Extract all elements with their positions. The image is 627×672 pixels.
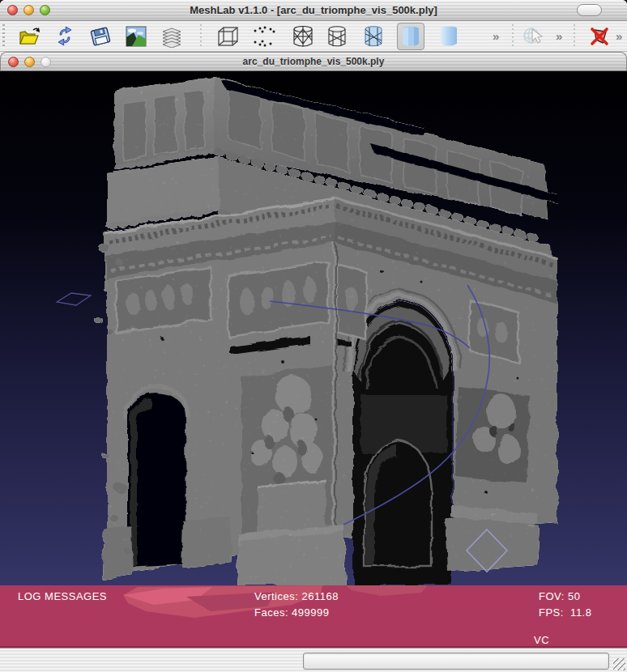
document-titlebar[interactable]: arc_du_triomphe_vis_500k.ply xyxy=(0,52,627,71)
render-points-button[interactable] xyxy=(250,23,278,50)
globe-nav-button[interactable] xyxy=(519,23,547,50)
bbox-render-icon xyxy=(215,24,240,49)
open-folder-icon xyxy=(17,25,41,48)
reload-button[interactable] xyxy=(51,23,79,50)
overflow-chevron[interactable]: » xyxy=(493,30,499,43)
layers-button[interactable] xyxy=(158,23,186,50)
render-smooth-button[interactable] xyxy=(435,23,463,50)
reload-icon xyxy=(53,25,76,48)
overflow-chevron[interactable]: » xyxy=(616,30,622,43)
faces-count: Faces: 499999 xyxy=(254,606,330,619)
toolbar-separator xyxy=(200,24,202,49)
document-title: arc_du_triomphe_vis_500k.ply xyxy=(1,56,626,67)
render-hiddenlines-button[interactable] xyxy=(323,23,351,50)
meshlab-window: MeshLab v1.1.0 - [arc_du_triomphe_vis_50… xyxy=(0,0,627,672)
layers-icon xyxy=(160,25,184,48)
open-button[interactable] xyxy=(15,23,43,50)
flat-render-icon xyxy=(399,24,422,49)
render-flat-button-selected[interactable] xyxy=(397,23,424,50)
delete-mesh-icon xyxy=(586,23,612,49)
overflow-chevron[interactable]: » xyxy=(556,30,562,43)
vertices-count: Vertices: 261168 xyxy=(254,590,339,602)
delete-mesh-button[interactable] xyxy=(586,23,613,50)
resize-grip[interactable] xyxy=(613,658,625,670)
log-messages-band: LOG MESSAGES Vertices: 261168 Faces: 499… xyxy=(0,585,627,648)
hidden-lines-render-icon xyxy=(325,24,349,49)
toolbar-toggle-pill[interactable] xyxy=(577,4,602,16)
arc-de-triomphe-mesh xyxy=(0,71,627,648)
snapshot-button[interactable] xyxy=(122,23,150,50)
save-button[interactable] xyxy=(87,23,114,50)
toolbar-separator xyxy=(574,24,575,49)
render-bbox-button[interactable] xyxy=(214,23,241,50)
fps-value: FPS: 11.8 xyxy=(539,606,591,619)
render-wireframe-button[interactable] xyxy=(289,23,317,50)
flat-lines-render-icon xyxy=(361,24,386,49)
window-title: MeshLab v1.1.0 - [arc_du_triomphe_vis_50… xyxy=(0,4,627,16)
wireframe-render-icon xyxy=(291,24,315,49)
globe-cursor-icon xyxy=(521,24,545,49)
snapshot-icon xyxy=(126,26,147,47)
fov-value: FOV: 50 xyxy=(539,590,580,602)
log-title: LOG MESSAGES xyxy=(18,590,107,602)
toolbar-drag-handle[interactable] xyxy=(2,24,5,49)
points-render-icon xyxy=(251,24,277,49)
progress-bar xyxy=(303,653,609,670)
status-bar xyxy=(0,648,627,672)
toolbar-separator xyxy=(512,24,514,49)
vc-indicator: VC xyxy=(534,634,549,646)
main-titlebar[interactable]: MeshLab v1.1.0 - [arc_du_triomphe_vis_50… xyxy=(0,0,627,21)
save-icon xyxy=(88,25,113,48)
gl-viewport-canvas[interactable]: LOG MESSAGES Vertices: 261168 Faces: 499… xyxy=(0,71,627,648)
render-flatlines-button[interactable] xyxy=(360,23,387,50)
toolbar: » » » xyxy=(0,21,627,52)
smooth-render-icon xyxy=(437,24,460,49)
